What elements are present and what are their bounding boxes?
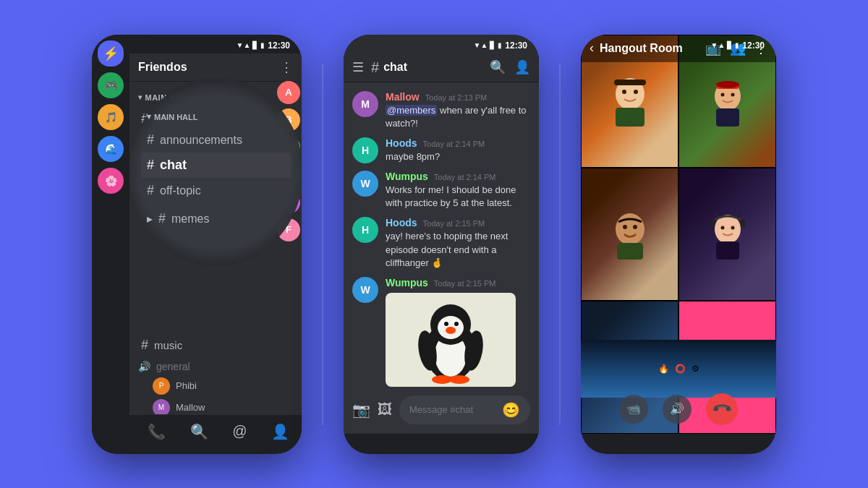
end-call-button[interactable]: 📞 — [706, 393, 738, 425]
camera-button[interactable]: 📹 — [619, 395, 648, 424]
chat-hash-icon: # — [371, 59, 379, 76]
member-name-phibi: Phibi — [176, 380, 197, 391]
message-2-time: Today at 2:14 PM — [423, 140, 485, 148]
bottom-nav-2 — [344, 433, 539, 453]
message-5: W Wumpus Today at 2:15 PM — [344, 274, 539, 390]
voice-member-phibi: P Phibi — [129, 375, 302, 397]
spotlight-channel-offtopic[interactable]: # off-topic — [141, 178, 292, 203]
message-1-time: Today at 2:13 PM — [425, 93, 488, 102]
spotlight-hash-chat: # — [147, 158, 154, 173]
at-nav-icon[interactable]: @ — [232, 423, 247, 440]
message-4-text: yay! here's to hoping the next episode d… — [386, 230, 530, 270]
svg-rect-26 — [617, 243, 643, 260]
calls-nav-icon[interactable]: 📞 — [148, 423, 166, 440]
hamburger-icon[interactable]: ☰ — [352, 59, 364, 75]
message-1-text: @members when are y'all free to watch?! — [386, 104, 530, 130]
channel-list: Friendos ⋮ ▾ MAIN HALL # announcements ▾ — [129, 53, 302, 414]
spotlight-hash-announcements: # — [147, 132, 154, 147]
message-3-meta: Wumpus Today at 2:14 PM — [386, 171, 530, 182]
wifi-icon: ▊ — [252, 41, 258, 49]
search-nav-icon[interactable]: 🔍 — [190, 423, 208, 440]
svg-point-21 — [720, 93, 724, 96]
svg-point-13 — [449, 375, 469, 384]
wifi-icon-2: ▊ — [490, 41, 495, 49]
spotlight-channel-announcements[interactable]: # announcements — [141, 127, 292, 153]
message-2: H Hoods Today at 2:14 PM maybe 8pm? — [344, 134, 539, 166]
avatar-hoods-msg1: H — [352, 137, 378, 163]
face-p4 — [679, 168, 775, 300]
more-menu-button[interactable]: ⋮ — [280, 59, 293, 75]
penguin-svg — [386, 293, 516, 387]
signal-icon-3: ▼▲ — [711, 41, 726, 49]
chat-input-bar: 📷 🖼 Message #chat 😊 — [344, 390, 539, 433]
battery-icon: ▮ — [260, 41, 265, 49]
message-4-content: Hoods Today at 2:15 PM yay! here's to ho… — [386, 217, 530, 270]
video-cell-p4 — [678, 168, 776, 301]
message-2-content: Hoods Today at 2:14 PM maybe 8pm? — [386, 137, 530, 163]
message-2-text: maybe 8pm? — [386, 150, 530, 163]
avatar-mallow-msg: M — [352, 91, 378, 117]
person1-avatar — [608, 76, 652, 127]
image-input-icon[interactable]: 🖼 — [378, 401, 392, 418]
svg-point-16 — [622, 90, 626, 94]
svg-point-31 — [720, 226, 724, 229]
phone-1-body: ⚡ 🎮 🎵 🌊 🌸 Friendos ⋮ ▾ MAIN HALL # — [92, 53, 302, 453]
message-4-meta: Hoods Today at 2:15 PM — [386, 217, 530, 228]
profile-nav-icon[interactable]: 👤 — [271, 423, 289, 440]
game-icons: 🔥 ⭕ ⚙ — [658, 364, 699, 374]
hash-icon-music: # — [141, 338, 148, 353]
svg-point-24 — [716, 81, 739, 88]
message-input[interactable]: Message #chat 😊 — [399, 395, 530, 424]
svg-point-22 — [731, 93, 734, 96]
server-icon-discord[interactable]: ⚡ — [98, 40, 124, 67]
phone-3-body: ‹ Hangout Room 📺 👥 ⋮ — [581, 35, 776, 434]
voice-member-mallow: M Mallow — [129, 397, 302, 414]
svg-point-8 — [454, 322, 459, 326]
phone-divider-1 — [322, 64, 323, 425]
server-icon-4[interactable]: 🌸 — [98, 168, 124, 194]
channel-item-music[interactable]: # music — [132, 333, 299, 357]
spotlight-channel-chat[interactable]: # chat — [141, 153, 292, 178]
mention-members: @members — [386, 105, 437, 116]
svg-point-12 — [432, 375, 452, 384]
person3-avatar — [608, 209, 652, 260]
signal-icon-2: ▼▲ — [474, 41, 488, 49]
memes-label: memes — [171, 213, 209, 226]
camera-input-icon[interactable]: 📷 — [352, 401, 370, 419]
server-icon-1[interactable]: 🎮 — [98, 72, 124, 98]
server-icon-3[interactable]: 🌊 — [98, 136, 124, 162]
svg-point-32 — [731, 226, 734, 229]
message-3-content: Wumpus Today at 2:14 PM Works for me! I … — [386, 171, 530, 210]
voice-channel-name: general — [156, 361, 190, 372]
chat-header-icons: 🔍 👤 — [490, 59, 530, 75]
svg-point-7 — [444, 322, 448, 326]
message-1-meta: Mallow Today at 2:13 PM — [386, 91, 530, 103]
voice-channel-general[interactable]: 🔊 general — [129, 358, 302, 375]
status-bar-3: ▼▲ ▊ ▮ 12:30 — [581, 35, 776, 53]
camera-icon: 📹 — [626, 402, 641, 416]
status-time-3: 12:30 — [742, 40, 765, 51]
avatar-wumpus-msg2: W — [352, 277, 378, 303]
volume-button[interactable]: 🔊 — [663, 395, 692, 424]
members-icon[interactable]: 👤 — [514, 59, 530, 75]
avatar-hoods-msg2: H — [352, 217, 378, 243]
message-4-author: Hoods — [386, 217, 417, 228]
phone-2-chat: ▼▲ ▊ ▮ 12:30 ☰ # chat 🔍 👤 — [344, 35, 539, 454]
chat-header: ☰ # chat 🔍 👤 — [344, 53, 539, 82]
svg-point-17 — [634, 90, 638, 94]
server-icon-2[interactable]: 🎵 — [98, 104, 124, 130]
message-5-image — [386, 293, 516, 387]
message-3: W Wumpus Today at 2:14 PM Works for me! … — [344, 168, 539, 213]
search-icon[interactable]: 🔍 — [490, 59, 506, 75]
avatar-mallow: M — [153, 399, 170, 414]
phone-3-video: ▼▲ ▊ ▮ 12:30 ‹ Hangout Room 📺 👥 ⋮ — [581, 35, 776, 454]
signal-icons-2: ▼▲ ▊ ▮ — [474, 41, 503, 49]
signal-icon: ▼▲ — [237, 41, 251, 49]
svg-rect-30 — [716, 241, 739, 260]
message-2-meta: Hoods Today at 2:14 PM — [386, 137, 530, 149]
spotlight-memes[interactable]: ▸ # memes — [141, 206, 292, 231]
emoji-input-icon[interactable]: 😊 — [502, 401, 520, 419]
face-p3 — [582, 168, 678, 300]
message-5-author: Wumpus — [386, 277, 428, 288]
server-sidebar: ⚡ 🎮 🎵 🌊 🌸 — [92, 35, 129, 454]
